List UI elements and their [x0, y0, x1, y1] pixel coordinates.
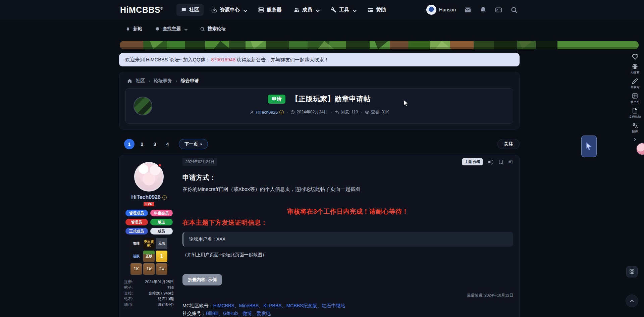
trademark-symbol: ®	[160, 6, 163, 10]
header-actions: Hanson	[426, 5, 518, 15]
author-username[interactable]: HiTech0926 ✓	[131, 194, 167, 200]
breadcrumb: 社区 › 论坛事务 › 综合申请	[119, 72, 519, 84]
author-avatar[interactable]	[134, 162, 164, 192]
thread-type-badge: 申请	[268, 95, 285, 104]
chevron-down-icon	[183, 27, 187, 31]
server-icon	[258, 7, 264, 13]
header-username: Hanson	[439, 7, 456, 12]
users-icon	[294, 7, 300, 13]
search-icon[interactable]	[511, 6, 518, 13]
nav-members[interactable]: 成员	[289, 4, 323, 16]
sig-link-github[interactable]: GitHub	[223, 311, 238, 316]
role-badges: 管理成员 年度会员 管理员 版主 正式成员 成员	[125, 210, 173, 234]
sig-link-himcbbs[interactable]: HiMCBBS	[213, 303, 234, 308]
find-topics-button[interactable]: 查找主题	[155, 26, 187, 32]
widget-grid-button[interactable]	[626, 266, 638, 277]
cursor-icon	[585, 142, 593, 151]
chevron-down-icon	[243, 8, 246, 12]
floor-number[interactable]: #1	[508, 160, 513, 164]
sig-link-weibo[interactable]: 微博	[243, 311, 252, 316]
new-posts-button[interactable]: 新帖	[125, 26, 142, 32]
qq-group-number[interactable]: 879016948	[211, 57, 235, 62]
role-badge: 版主	[150, 219, 173, 225]
stat-row: 嗨币:嗨币64个	[124, 302, 174, 308]
sig-link-minebbs[interactable]: MineBBS	[239, 303, 259, 308]
pagination: 1 2 3 4 下一页 关注	[124, 139, 520, 149]
role-badge: 年度会员	[150, 210, 173, 216]
stat-row: 帖子:756	[124, 285, 174, 290]
post-card: HiTech0926 ✓ LV6 管理成员 年度会员 管理员 版主 正式成员 成…	[119, 155, 520, 317]
share-icon[interactable]	[488, 159, 493, 165]
mail-icon[interactable]	[464, 6, 471, 13]
medal-grid: 管理 突出贡献 元老 活跃 正版 1 1K 1W 2W	[130, 238, 167, 275]
sig-link-mcbbs-memorial[interactable]: MCBBS纪念版	[286, 303, 317, 308]
forum-toolbar: 新帖 查找主题 搜索论坛	[0, 19, 644, 38]
nav-tools[interactable]: 工具	[326, 4, 360, 16]
floating-cursor-widget[interactable]	[581, 136, 597, 157]
breadcrumb-current: 综合申请	[181, 78, 199, 84]
page-1-button[interactable]: 1	[124, 139, 135, 149]
download-icon	[211, 7, 217, 13]
medal: 活跃	[130, 251, 142, 262]
search-forum-button[interactable]: 搜索论坛	[200, 26, 226, 32]
edit-image-tool[interactable]: 修个图	[631, 93, 640, 104]
home-icon[interactable]	[127, 78, 132, 84]
doc-summary-tool[interactable]: 文档总结	[629, 108, 641, 119]
favorite-heart-icon[interactable]	[632, 54, 638, 60]
breadcrumb-community[interactable]: 社区	[136, 78, 145, 84]
page-3-button[interactable]: 3	[150, 139, 160, 149]
next-page-button[interactable]: 下一页	[179, 139, 208, 149]
nav-servers[interactable]: 服务器	[254, 4, 286, 16]
chat-icon	[181, 7, 186, 13]
thread-summary-card[interactable]: 申请 【正版玩家】勋章申请帖 HiTech0926 ✓ · 2024年02月24…	[125, 88, 513, 124]
wallet-icon[interactable]	[495, 6, 502, 13]
chevron-up-icon	[629, 298, 635, 304]
post-note: （并附上用户页面+论坛此页面一起截图）	[182, 252, 513, 258]
medal: 2W	[156, 263, 167, 275]
nav-donate[interactable]: 赞助	[363, 4, 390, 16]
bell-icon[interactable]	[480, 6, 487, 13]
reply-icon	[335, 110, 339, 114]
verified-badge-icon: ✓	[162, 195, 167, 200]
role-badge: 正式成员	[125, 228, 148, 234]
thread-author-link[interactable]: HiTech0926 ✓	[250, 110, 284, 115]
sig-link-afdian[interactable]: 爱发电	[257, 311, 271, 316]
online-indicator	[158, 163, 162, 167]
sig-link-bilibili[interactable]: BiliBili	[206, 311, 218, 316]
nav-resources[interactable]: 资源中心	[207, 4, 251, 16]
collapse-toolbar-icon[interactable]	[633, 137, 637, 142]
proof-instruction: 在本主题下方发送证明信息：	[182, 218, 513, 227]
sig-link-klpbbs[interactable]: KLPBBS	[263, 303, 281, 308]
role-badge: 成员	[150, 228, 173, 234]
document-icon	[632, 108, 638, 114]
bookmark-icon[interactable]	[498, 159, 503, 165]
page-2-button[interactable]: 2	[137, 139, 147, 149]
nav-community[interactable]: 社区	[176, 4, 204, 16]
user-menu[interactable]: Hanson	[426, 5, 456, 15]
breadcrumb-forum-affairs[interactable]: 论坛事务	[154, 78, 172, 84]
scroll-to-top-button[interactable]	[626, 295, 638, 307]
pencil-icon	[632, 78, 638, 84]
medal: 正版	[143, 251, 155, 262]
sig-link-redstone-relay[interactable]: 红石中继站	[322, 303, 345, 308]
signature-mc-accounts: MC社区账号：HiMCBBS、MineBBS、KLPBBS、MCBBS纪念版、红…	[182, 302, 513, 310]
assistant-avatar[interactable]	[636, 143, 644, 155]
thread-title: 【正版玩家】勋章申请帖	[291, 95, 371, 103]
level-badge: LV6	[144, 202, 154, 206]
signature-social-accounts: 社交账号：BiliBili、GitHub、微博、爱发电	[182, 310, 513, 317]
ai-search-icon	[632, 63, 638, 69]
post-date-chip: 2024年02月24日	[182, 158, 217, 166]
help-write-tool[interactable]: 帮我写	[631, 78, 640, 90]
page-4-button[interactable]: 4	[162, 139, 173, 149]
stat-row: 注册:2024年01月28日	[124, 279, 174, 285]
welcome-banner: 欢迎来到 HiMCBBS 论坛~ 加入QQ群： 879016948 获得最新公告…	[119, 53, 520, 66]
thread-views: 查看: 31K	[365, 109, 389, 115]
grid-icon	[629, 269, 635, 274]
chevron-down-icon	[352, 8, 356, 12]
medal: 管理	[130, 238, 142, 249]
follow-button[interactable]: 关注	[497, 139, 520, 149]
translate-tool[interactable]: 翻译	[632, 122, 638, 134]
site-logo[interactable]: HiMCBBS®	[120, 5, 163, 15]
collapse-content-button[interactable]: 折叠内容: 示例	[182, 274, 222, 285]
ai-search-tool[interactable]: AI搜索	[631, 63, 640, 75]
